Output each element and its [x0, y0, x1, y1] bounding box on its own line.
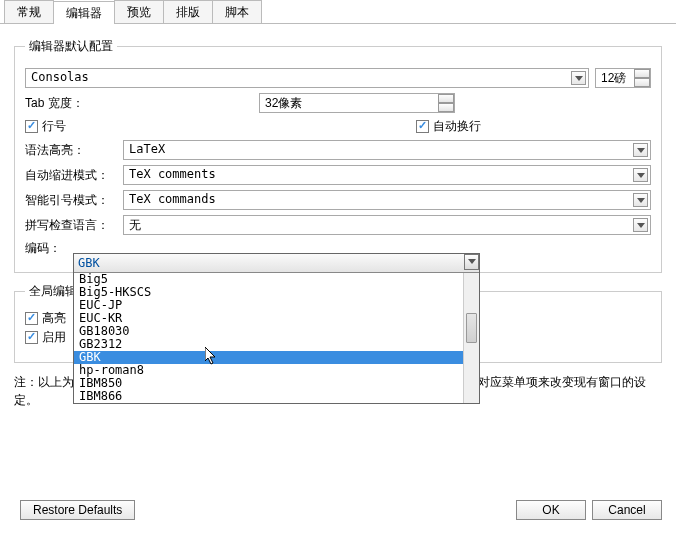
encoding-option[interactable]: IBM866	[74, 390, 463, 403]
tab-width-label: Tab 宽度：	[25, 95, 117, 112]
encoding-option[interactable]: hp-roman8	[74, 364, 463, 377]
encoding-option[interactable]: EUC-JP	[74, 299, 463, 312]
button-bar: Restore Defaults OK Cancel	[14, 500, 662, 520]
cancel-button[interactable]: Cancel	[592, 500, 662, 520]
dropdown-arrow-icon	[633, 143, 648, 157]
encoding-option[interactable]: EUC-KR	[74, 312, 463, 325]
encoding-option[interactable]: GB2312	[74, 338, 463, 351]
smartquotes-select[interactable]: TeX commands	[123, 190, 651, 210]
enable-autocomplete-input[interactable]	[25, 331, 38, 344]
dropdown-arrow-icon	[464, 254, 479, 270]
encoding-dropdown[interactable]: GBK Big5 Big5-HKSCS EUC-JP EUC-KR GB1803…	[73, 253, 480, 404]
wrap-label: 自动换行	[433, 118, 481, 135]
line-numbers-label: 行号	[42, 118, 66, 135]
tab-typesetting[interactable]: 排版	[163, 0, 213, 23]
encoding-dropdown-header-value: GBK	[78, 256, 100, 270]
smartquotes-label: 智能引号模式：	[25, 192, 117, 209]
spellcheck-select[interactable]: 无	[123, 215, 651, 235]
tab-preview[interactable]: 预览	[114, 0, 164, 23]
highlight-line-checkbox[interactable]: 高亮	[25, 310, 66, 327]
enable-autocomplete-checkbox[interactable]: 启用	[25, 329, 66, 346]
spellcheck-label: 拼写检查语言：	[25, 217, 117, 234]
dropdown-arrow-icon	[633, 218, 648, 232]
spinner-buttons[interactable]	[634, 69, 650, 87]
encoding-option[interactable]: IBM850	[74, 377, 463, 390]
tab-bar: 常规 编辑器 预览 排版 脚本	[0, 0, 676, 24]
smartquotes-value: TeX commands	[129, 192, 216, 206]
font-select-value: Consolas	[31, 70, 89, 84]
dropdown-scrollbar[interactable]	[463, 273, 479, 403]
scrollbar-thumb[interactable]	[466, 313, 477, 343]
dropdown-arrow-icon	[571, 71, 586, 85]
legend-editor-defaults: 编辑器默认配置	[25, 38, 117, 55]
encoding-option-list: Big5 Big5-HKSCS EUC-JP EUC-KR GB18030 GB…	[74, 273, 479, 403]
tab-editor[interactable]: 编辑器	[53, 1, 115, 24]
spellcheck-value: 无	[129, 218, 141, 232]
syntax-select[interactable]: LaTeX	[123, 140, 651, 160]
font-select[interactable]: Consolas	[25, 68, 589, 88]
autoindent-value: TeX comments	[129, 167, 216, 181]
dropdown-arrow-icon	[633, 193, 648, 207]
line-numbers-checkbox[interactable]: 行号	[25, 118, 66, 135]
tab-width-input[interactable]	[259, 93, 455, 113]
tab-width-spinner[interactable]	[259, 93, 455, 113]
highlight-line-label: 高亮	[42, 310, 66, 327]
encoding-label: 编码：	[25, 240, 73, 257]
syntax-label: 语法高亮：	[25, 142, 117, 159]
wrap-input[interactable]	[416, 120, 429, 133]
dropdown-arrow-icon	[633, 168, 648, 182]
enable-autocomplete-label: 启用	[42, 329, 66, 346]
autoindent-select[interactable]: TeX comments	[123, 165, 651, 185]
encoding-option[interactable]: Big5-HKSCS	[74, 286, 463, 299]
fieldset-editor-defaults: 编辑器默认配置 Consolas Tab 宽度：	[14, 38, 662, 273]
syntax-value: LaTeX	[129, 142, 165, 156]
line-numbers-input[interactable]	[25, 120, 38, 133]
ok-button[interactable]: OK	[516, 500, 586, 520]
autoindent-label: 自动缩进模式：	[25, 167, 117, 184]
encoding-dropdown-header[interactable]: GBK	[74, 254, 479, 273]
restore-defaults-button[interactable]: Restore Defaults	[20, 500, 135, 520]
encoding-option[interactable]: GB18030	[74, 325, 463, 338]
font-size-spinner[interactable]	[595, 68, 651, 88]
wrap-checkbox[interactable]: 自动换行	[416, 118, 481, 135]
highlight-line-input[interactable]	[25, 312, 38, 325]
spinner-buttons[interactable]	[438, 94, 454, 112]
tab-general[interactable]: 常规	[4, 0, 54, 23]
tab-script[interactable]: 脚本	[212, 0, 262, 23]
